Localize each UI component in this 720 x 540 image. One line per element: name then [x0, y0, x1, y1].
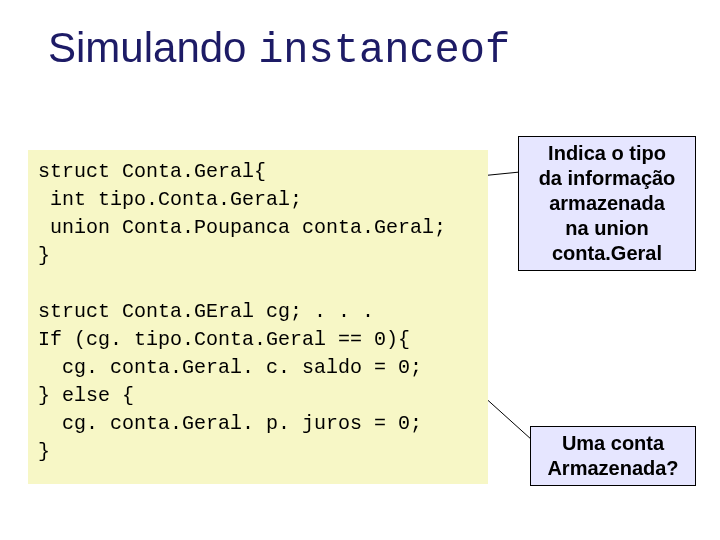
callout-line: na union: [527, 216, 687, 241]
code-line: If (cg. tipo.Conta.Geral == 0){: [38, 328, 410, 351]
slide: Simulando instanceof struct Conta.Geral{…: [0, 0, 720, 540]
code-block: struct Conta.Geral{ int tipo.Conta.Geral…: [28, 150, 488, 484]
slide-title: Simulando instanceof: [48, 24, 510, 75]
callout-top: Indica o tipo da informação armazenada n…: [518, 136, 696, 271]
callout-line: Armazenada?: [539, 456, 687, 481]
callout-bottom: Uma conta Armazenada?: [530, 426, 696, 486]
code-line: cg. conta.Geral. p. juros = 0;: [38, 412, 422, 435]
callout-line: conta.Geral: [527, 241, 687, 266]
callout-line: da informação: [527, 166, 687, 191]
code-line: }: [38, 244, 50, 267]
code-line: } else {: [38, 384, 134, 407]
title-prefix: Simulando: [48, 24, 258, 71]
code-line: union Conta.Poupanca conta.Geral;: [38, 216, 446, 239]
code-line: int tipo.Conta.Geral;: [38, 188, 302, 211]
callout-line: Uma conta: [539, 431, 687, 456]
code-line: struct Conta.GEral cg; . . .: [38, 300, 374, 323]
callout-line: Indica o tipo: [527, 141, 687, 166]
code-line: cg. conta.Geral. c. saldo = 0;: [38, 356, 422, 379]
code-line: }: [38, 440, 50, 463]
title-keyword: instanceof: [258, 27, 510, 75]
callout-line: armazenada: [527, 191, 687, 216]
code-line: struct Conta.Geral{: [38, 160, 266, 183]
